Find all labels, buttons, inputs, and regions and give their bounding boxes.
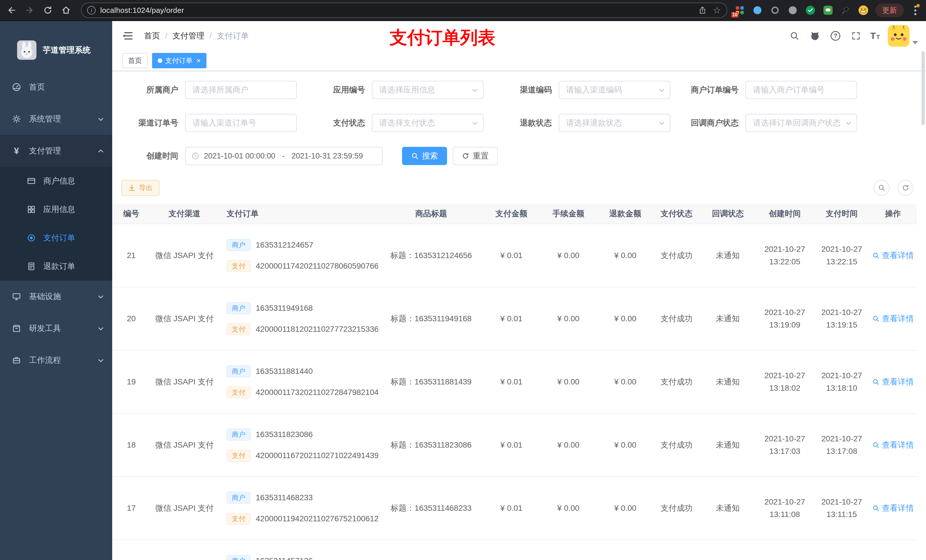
reload-icon[interactable] — [40, 2, 56, 18]
col-notify-status[interactable]: 回调状态 — [701, 204, 755, 223]
filter-channel-order-no-label: 渠道订单号 — [121, 118, 185, 128]
sidebar-item-refund-order[interactable]: 退款订单 — [0, 252, 112, 281]
export-button[interactable]: 导出 — [121, 180, 159, 196]
pin-icon[interactable] — [840, 5, 851, 16]
browser-nav-buttons — [3, 2, 74, 18]
filter-channel-code: 渠道编码 — [495, 81, 670, 99]
sidebar-item-app-info[interactable]: 应用信息 — [0, 195, 112, 223]
cell-pay-order: 商户 1635311949168 支付 42000011812021102777… — [219, 287, 378, 350]
toggle-search-button[interactable] — [874, 180, 890, 196]
cell-notify-status: 未通知 — [701, 224, 755, 287]
col-title[interactable]: 商品标题 — [378, 204, 484, 223]
pay-tag: 支付 — [227, 323, 251, 335]
home-icon[interactable] — [58, 2, 74, 18]
filter-app-label: 应用编号 — [308, 85, 372, 95]
extension-icon-green-check[interactable] — [805, 5, 816, 16]
col-refund[interactable]: 退款金额 — [598, 204, 653, 223]
sidebar-item-workflow[interactable]: 工作流程 — [0, 344, 112, 376]
breadcrumb-current: 支付订单 — [217, 30, 249, 41]
extension-icon-blue[interactable] — [752, 5, 763, 16]
fullscreen-icon[interactable] — [850, 30, 862, 42]
sidebar-item-payment[interactable]: ¥ 支付管理 — [0, 135, 112, 167]
user-menu[interactable] — [888, 25, 918, 47]
create-time-range-picker[interactable]: 2021-10-01 00:00:00 - 2021-10-31 23:59:5… — [185, 147, 383, 165]
sidebar-item-devtools[interactable]: 研发工具 — [0, 312, 112, 344]
view-detail-link[interactable]: 查看详情 — [872, 376, 914, 387]
tab-pay-order[interactable]: 支付订单 × — [152, 53, 206, 68]
site-info-icon[interactable]: i — [87, 6, 96, 15]
browser-update-button[interactable]: 更新 — [875, 3, 904, 17]
col-pay-status[interactable]: 支付状态 — [653, 204, 701, 223]
close-tab-icon[interactable]: × — [197, 57, 201, 64]
cell-create-time: 2021-10-2713:22:05 — [755, 224, 814, 287]
table-toolbar: 导出 — [121, 180, 917, 196]
sidebar-item-system[interactable]: 系统管理 — [0, 103, 112, 135]
browser-menu-icon[interactable] — [910, 3, 920, 17]
sidebar-toggle-icon[interactable] — [123, 30, 134, 42]
view-detail-link[interactable]: 查看详情 — [872, 503, 914, 514]
extension-icon-chat[interactable] — [822, 5, 834, 16]
col-amount[interactable]: 支付金额 — [484, 204, 539, 223]
download-icon — [128, 184, 136, 192]
extension-icon-ring[interactable] — [769, 5, 781, 16]
filter-channel-order-no: 渠道订单号 — [121, 114, 297, 132]
merchant-order-no-input[interactable] — [746, 81, 857, 99]
breadcrumb-home[interactable]: 首页 — [144, 30, 160, 41]
url-text[interactable]: localhost:1024/pay/order — [100, 6, 698, 15]
sidebar-item-home[interactable]: 首页 — [0, 71, 112, 103]
font-size-icon[interactable]: TT — [870, 31, 880, 41]
pay-tag: 支付 — [227, 450, 251, 462]
help-icon[interactable]: ? — [829, 30, 842, 42]
profile-avatar-icon[interactable] — [858, 5, 869, 16]
col-create-time[interactable]: 创建时间 — [755, 204, 814, 223]
caret-down-icon — [912, 41, 918, 44]
col-channel[interactable]: 支付渠道 — [150, 204, 219, 223]
cell-product-title: 标题：1635312124656 — [378, 224, 484, 287]
date-start: 2021-10-01 00:00:00 — [204, 152, 275, 160]
pay-status-select[interactable] — [372, 114, 484, 132]
cell-pay-status: 支付成功 — [653, 350, 701, 413]
cell-pay-amount: ¥ 0.01 — [484, 350, 539, 413]
app-title: 芋道管理系统 — [43, 45, 91, 56]
table-row: 18 微信 JSAPI 支付 商户 1635311823086 支付 42000… — [112, 414, 917, 477]
sidebar-item-pay-order[interactable]: 支付订单 — [0, 223, 112, 252]
sidebar-item-infra[interactable]: 基础设施 — [0, 281, 112, 312]
scrollbar-thumb[interactable] — [921, 51, 925, 125]
app-select[interactable] — [372, 81, 484, 99]
extension-icon-gray[interactable] — [787, 5, 799, 16]
col-pay-time[interactable]: 支付时间 — [814, 204, 869, 223]
address-bar[interactable]: i localhost:1024/pay/order ☆ — [81, 3, 727, 18]
cell-create-time: 2021-10-2713:11:08 — [755, 477, 814, 539]
sidebar-item-merchant-info[interactable]: 商户信息 — [0, 167, 112, 195]
sidebar-item-label: 首页 — [29, 82, 45, 92]
sidebar-item-label: 商户信息 — [43, 175, 75, 186]
view-detail-link[interactable]: 查看详情 — [872, 313, 914, 324]
refund-status-select[interactable] — [559, 114, 670, 132]
table-row: 20 微信 JSAPI 支付 商户 1635311949168 支付 42000… — [112, 287, 917, 350]
forward-icon[interactable] — [22, 2, 38, 18]
back-icon[interactable] — [3, 2, 20, 18]
breadcrumb-pay-manage[interactable]: 支付管理 — [172, 30, 204, 41]
tab-home[interactable]: 首页 — [123, 53, 147, 68]
cell-fee-amount: ¥ 0.00 — [539, 350, 598, 413]
cell-actions: 查看详情 — [869, 287, 917, 350]
col-id[interactable]: 编号 — [112, 204, 150, 223]
bookmark-star-icon[interactable]: ☆ — [713, 6, 721, 15]
channel-code-select[interactable] — [559, 81, 670, 99]
refresh-table-button[interactable] — [897, 180, 914, 196]
col-pay-order[interactable]: 支付订单 — [219, 204, 378, 223]
search-button[interactable]: 搜索 — [402, 147, 447, 165]
sidebar-item-label: 支付订单 — [43, 232, 75, 243]
share-icon[interactable] — [698, 6, 707, 15]
extension-icon-colored[interactable]: 10 — [734, 5, 746, 16]
view-detail-link[interactable]: 查看详情 — [872, 250, 914, 261]
notify-status-select[interactable] — [746, 114, 857, 132]
merchant-select[interactable] — [185, 81, 297, 99]
channel-order-no-input[interactable] — [185, 114, 297, 132]
github-icon[interactable] — [809, 30, 821, 42]
col-fee[interactable]: 手续金额 — [539, 204, 598, 223]
app-logo[interactable]: 芋道管理系统 — [0, 21, 112, 71]
reset-button[interactable]: 重置 — [453, 147, 498, 165]
view-detail-link[interactable]: 查看详情 — [872, 440, 914, 450]
search-icon[interactable] — [788, 30, 801, 42]
